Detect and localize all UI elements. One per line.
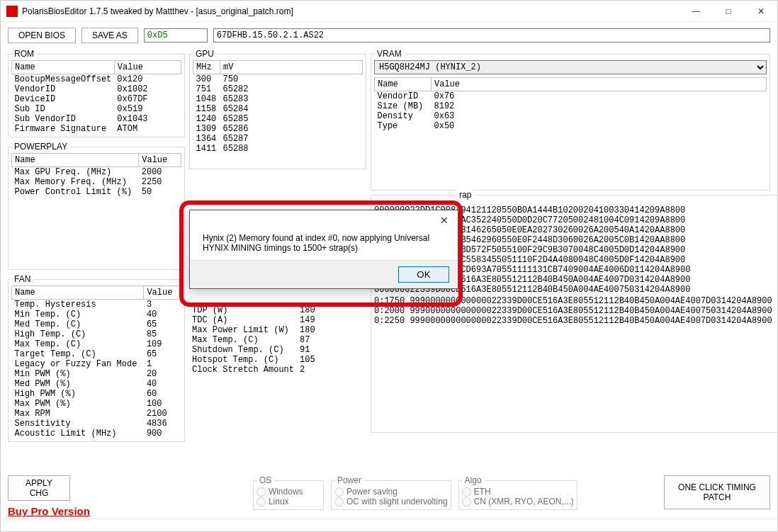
table-row[interactable]: Legacy or Fuzzy Fan Mode1 bbox=[12, 359, 181, 369]
fan-legend: FAN bbox=[11, 274, 33, 284]
table-row[interactable]: Temp. Hysteresis3 bbox=[12, 300, 181, 310]
table-row[interactable]: Med Temp. (C)65 bbox=[12, 319, 181, 329]
power-saving-radio bbox=[334, 487, 344, 497]
table-row[interactable]: Density0x63 bbox=[375, 111, 767, 121]
table-row[interactable]: Firmware SignatureATOM bbox=[12, 124, 181, 134]
table-row[interactable]: Sub ID0x519 bbox=[12, 104, 181, 114]
table-row[interactable]: DeviceID0x67DF bbox=[12, 94, 181, 104]
table-row[interactable]: Type0x50 bbox=[375, 121, 767, 131]
os-windows-radio bbox=[256, 487, 266, 497]
table-row[interactable]: Clock Stretch Amount2 bbox=[189, 365, 366, 375]
algo-cn-radio bbox=[462, 497, 471, 506]
vram-group: VRAM H5GQ8H24MJ (HYNIX_2) NameValue Vend… bbox=[371, 49, 770, 191]
table-row[interactable]: 300750 bbox=[193, 74, 363, 85]
minimize-button[interactable]: ― bbox=[680, 1, 712, 21]
table-row[interactable]: VendorID0x1002 bbox=[12, 84, 181, 94]
table-row[interactable]: Shutdown Temp. (C)91 bbox=[189, 345, 366, 355]
app-icon bbox=[6, 6, 18, 17]
gpu-group: GPU MHzmV 300750751652821048652831158652… bbox=[189, 49, 366, 169]
table-row[interactable]: 130965286 bbox=[193, 124, 363, 134]
message-dialog: ✕ Hynix (2) Memory found at index #0, no… bbox=[189, 210, 458, 289]
dialog-message: Hynix (2) Memory found at index #0, now … bbox=[190, 230, 458, 260]
window-title: PolarisBiosEditor 1.7.5 tweaked by Mattt… bbox=[22, 6, 680, 16]
table-row[interactable]: Size (MB)8192 bbox=[375, 101, 767, 111]
table-row[interactable]: High Temp. (C)85 bbox=[12, 329, 181, 339]
vram-select[interactable]: H5GQ8H24MJ (HYNIX_2) bbox=[374, 60, 767, 74]
toolbar: OPEN BIOS SAVE AS 0xD5 67DFHB.15.50.2.1.… bbox=[1, 22, 777, 49]
table-row[interactable]: Max PWM (%)100 bbox=[12, 399, 181, 409]
table-row[interactable]: 124065285 bbox=[193, 114, 363, 124]
table-row[interactable]: Sub VendorID0x1043 bbox=[12, 114, 181, 124]
main-window: PolarisBiosEditor 1.7.5 tweaked by Mattt… bbox=[0, 0, 778, 532]
rom-legend: ROM bbox=[11, 49, 37, 59]
bottom-bar: APPLY CHG Buy Pro Version OS Windows Lin… bbox=[1, 472, 777, 517]
open-bios-button[interactable]: OPEN BIOS bbox=[8, 28, 76, 43]
table-row[interactable]: Power Control Limit (%)50 bbox=[12, 187, 181, 197]
powertune-extra: TDP (W)180TDC (A)149Max Power Limit (W)1… bbox=[189, 305, 366, 375]
hex-field[interactable]: 0xD5 bbox=[144, 28, 208, 43]
table-row[interactable]: Target Temp. (C)65 bbox=[12, 349, 181, 359]
straps-scrollbar[interactable] bbox=[374, 418, 778, 429]
buy-pro-link[interactable]: Buy Pro Version bbox=[8, 505, 90, 517]
gpu-legend: GPU bbox=[193, 49, 217, 59]
table-row[interactable]: Acoustic Limit (MHz)900 bbox=[12, 429, 181, 438]
apply-chg-button[interactable]: APPLY CHG bbox=[8, 475, 70, 501]
table-row[interactable]: Max Temp. (C)87 bbox=[189, 335, 366, 345]
table-row[interactable]: Med PWM (%)40 bbox=[12, 379, 181, 389]
table-row[interactable]: Sensitivity4836 bbox=[12, 419, 181, 429]
table-row[interactable]: High PWM (%)60 bbox=[12, 389, 181, 399]
table-row[interactable]: Max Memory Freq. (MHz)2250 bbox=[12, 177, 181, 187]
status-bar bbox=[1, 519, 777, 531]
os-linux-radio bbox=[256, 497, 266, 506]
table-row[interactable]: 75165282 bbox=[193, 84, 363, 94]
dialog-close-button[interactable]: ✕ bbox=[431, 215, 458, 226]
maximize-button[interactable]: □ bbox=[712, 1, 745, 21]
rom-group: ROM NameValue BootupMessageOffset0x120Ve… bbox=[8, 49, 185, 137]
strap-line[interactable]: 0:2000 999000000000000022339D00CE516A3E8… bbox=[374, 306, 778, 316]
table-row[interactable]: TDC (A)149 bbox=[189, 315, 366, 325]
dialog-ok-button[interactable]: OK bbox=[398, 266, 449, 283]
table-row[interactable]: Max GPU Freq. (MHz)2000 bbox=[12, 167, 181, 178]
save-as-button[interactable]: SAVE AS bbox=[81, 28, 138, 43]
one-click-timing-button[interactable]: ONE CLICK TIMING PATCH bbox=[664, 475, 770, 509]
table-row[interactable]: 136465287 bbox=[193, 134, 363, 144]
table-row[interactable]: Max Power Limit (W)180 bbox=[189, 325, 366, 335]
table-row[interactable]: 141165288 bbox=[193, 144, 363, 154]
table-row[interactable]: Max RPM2100 bbox=[12, 409, 181, 419]
table-row[interactable]: Min Temp. (C)40 bbox=[12, 310, 181, 319]
close-button[interactable]: ✕ bbox=[745, 1, 777, 21]
titlebar: PolarisBiosEditor 1.7.5 tweaked by Mattt… bbox=[1, 1, 777, 22]
table-row[interactable]: Max Temp. (C)109 bbox=[12, 339, 181, 349]
powerplay-legend: POWERPLAY bbox=[11, 142, 70, 152]
vram-legend: VRAM bbox=[374, 49, 405, 59]
algo-group: Algo ETH CN (XMR, RYO, AEON,...) bbox=[458, 475, 577, 510]
table-row[interactable]: 104865283 bbox=[193, 94, 363, 104]
algo-eth-radio bbox=[462, 487, 471, 497]
powerplay-group: POWERPLAY NameValue Max GPU Freq. (MHz)2… bbox=[8, 142, 185, 270]
table-row[interactable]: BootupMessageOffset0x120 bbox=[12, 74, 181, 85]
table-row[interactable]: TDP (W)180 bbox=[189, 305, 366, 315]
table-row[interactable]: VendorID0x76 bbox=[375, 91, 767, 102]
window-controls: ― □ ✕ bbox=[680, 1, 777, 21]
strap-line[interactable]: 0:2250 999000000000000022339D00CE516A3E8… bbox=[374, 316, 778, 326]
strap-line[interactable]: 0:1750 999000000000000022339D00CE516A3E8… bbox=[374, 296, 778, 306]
table-row[interactable]: Hotspot Temp. (C)105 bbox=[189, 355, 366, 365]
rom-info-field[interactable]: 67DFHB.15.50.2.1.AS22 bbox=[213, 28, 770, 43]
os-group: OS Windows Linux bbox=[253, 475, 324, 510]
table-row[interactable]: Min PWM (%)20 bbox=[12, 369, 181, 379]
fan-group: FAN NameValue Temp. Hysteresis3Min Temp.… bbox=[8, 274, 185, 442]
power-oc-radio bbox=[334, 497, 344, 506]
table-row[interactable]: 115865284 bbox=[193, 104, 363, 114]
power-group: Power Power saving OC with slight underv… bbox=[331, 475, 451, 510]
